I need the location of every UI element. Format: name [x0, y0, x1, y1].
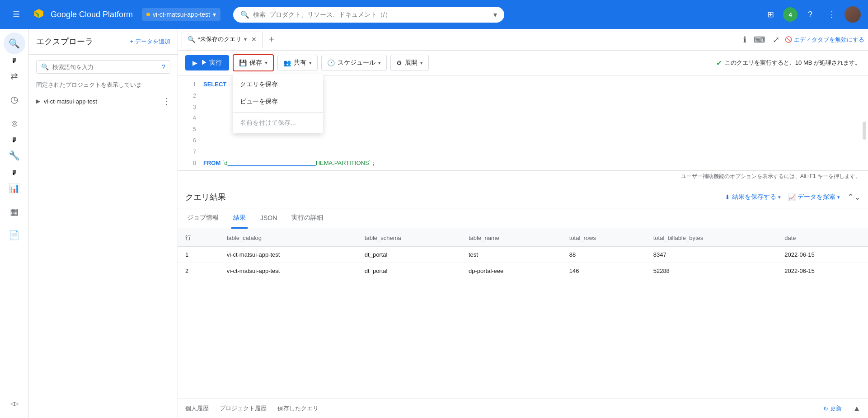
- save-as-item[interactable]: 名前を付けて保存...: [233, 114, 323, 132]
- explorer-help-icon: ?: [162, 63, 165, 70]
- global-search-bar[interactable]: 🔍 ▾: [233, 7, 504, 23]
- share-button[interactable]: 👥 共有 ▾: [277, 55, 318, 71]
- saved-queries-tab[interactable]: 保存したクエリ: [277, 403, 319, 414]
- history-personal-tab[interactable]: 個人履歴: [185, 403, 209, 414]
- right-content: 🔍 *未保存のクエリ ▾ ✕ + ℹ ⌨ ⤢ 🚫 エディタタブを無効にする ▶: [178, 29, 868, 418]
- result-tab-execution-details[interactable]: 実行の詳細: [290, 208, 325, 229]
- schedule-dropdown-icon: ▾: [378, 60, 381, 66]
- save-view-item[interactable]: ビューを保存: [233, 93, 323, 110]
- bottom-bar: 個人履歴 プロジェクト履歴 保存したクエリ ↻ 更新 ▲: [178, 399, 868, 418]
- hamburger-menu[interactable]: ☰: [7, 5, 25, 23]
- cell-rows-1: 88: [562, 247, 646, 263]
- sidebar-dot-1: •: [13, 58, 16, 61]
- query-toolbar: ▶ ▶ 実行 💾 保存 ▾ クエリを保存 ビューを保存 名前を付けて保存...: [178, 51, 868, 75]
- sidebar-nav-icon-5[interactable]: 📊: [4, 177, 25, 199]
- result-tab-json[interactable]: JSON: [258, 209, 279, 228]
- search-expand-icon[interactable]: ▾: [493, 10, 497, 19]
- sidebar-nav-icon-1[interactable]: ⇄: [4, 65, 25, 87]
- gcp-logo: Google Cloud Platform: [31, 6, 133, 23]
- results-expand-icon[interactable]: ⌃⌄: [847, 192, 861, 202]
- global-search-input[interactable]: [253, 11, 490, 18]
- query-tabs-bar: 🔍 *未保存のクエリ ▾ ✕ + ℹ ⌨ ⤢ 🚫 エディタタブを無効にする: [178, 29, 868, 51]
- explore-data-button[interactable]: 📈 データを探索 ▾: [788, 193, 840, 201]
- collapse-button[interactable]: ▲: [853, 404, 861, 413]
- explorer-search-wrapper: 🔍 ?: [36, 60, 170, 74]
- sidebar-collapse-button[interactable]: ◁▷: [4, 393, 25, 414]
- project-chevron-icon: ▶: [36, 98, 40, 104]
- add-tab-button[interactable]: +: [264, 33, 279, 47]
- more-options-button[interactable]: ⋮: [823, 5, 841, 23]
- table-header-row: 行 table_catalog table_schema table_name …: [178, 229, 868, 247]
- result-tab-job-info[interactable]: ジョブ情報: [185, 208, 221, 229]
- user-avatar[interactable]: [845, 6, 861, 23]
- col-header-rows: total_rows: [562, 229, 646, 247]
- editor-line-8: 8 FROM `d___________________________HEMA…: [178, 158, 868, 169]
- col-header-catalog: table_catalog: [220, 229, 357, 247]
- refresh-icon: ↻: [823, 405, 828, 412]
- sidebar-nav-icon-6[interactable]: ▦: [4, 201, 25, 222]
- cell-catalog-1: vi-ct-matsui-app-test: [220, 247, 357, 263]
- chart-icon: 📈: [788, 193, 796, 201]
- sidebar-nav-icon-2[interactable]: ◷: [4, 89, 25, 110]
- editor-scrollbar[interactable]: [863, 122, 866, 140]
- left-panel: エクスプローラ + データを追加 🔍 ? 固定されたプロジェクトを表示していま …: [29, 29, 178, 418]
- cell-row-num: 1: [178, 247, 220, 263]
- gear-icon: ⚙: [396, 59, 402, 66]
- main-layout: 🔍 • ⇄ ◷ ◎ • 🔧 • 📊 ▦ 📄 ◁▷ エクスプローラ + データを追…: [0, 29, 868, 418]
- result-tab-results[interactable]: 結果: [231, 208, 248, 229]
- cell-schema-1: dt_portal: [357, 247, 461, 263]
- col-header-schema: table_schema: [357, 229, 461, 247]
- save-results-dropdown-icon: ▾: [778, 194, 781, 200]
- explorer-search-input[interactable]: [52, 64, 158, 70]
- save-results-button[interactable]: ⬇ 結果を保存する ▾: [725, 193, 781, 201]
- save-button[interactable]: 💾 保存 ▾: [233, 54, 274, 71]
- schedule-button[interactable]: 🕐 スケジュール ▾: [321, 55, 387, 71]
- results-header: クエリ結果 ⬇ 結果を保存する ▾ 📈 データを探索 ▾ ⌃⌄: [178, 186, 868, 208]
- top-navigation: ☰ Google Cloud Platform vi-ct-matsui-app…: [0, 0, 868, 29]
- cell-bytes-2: 52288: [646, 263, 778, 279]
- project-row[interactable]: ▶ vi-ct-matsui-app-test ⋮: [29, 93, 178, 110]
- sidebar-nav-icon-3[interactable]: ◎: [4, 112, 25, 134]
- cell-date-1: 2022-06-15: [777, 247, 868, 263]
- fullscreen-icon[interactable]: ⤢: [771, 33, 781, 47]
- explorer-title: エクスプローラ: [36, 36, 93, 47]
- project-selector[interactable]: vi-ct-matsui-app-test ▾: [142, 8, 221, 21]
- gcp-logo-icon: [31, 6, 47, 23]
- info-icon[interactable]: ℹ: [741, 33, 748, 47]
- dropdown-divider: [233, 112, 323, 113]
- results-data-table: 行 table_catalog table_schema table_name …: [178, 229, 868, 279]
- history-project-tab[interactable]: プロジェクト履歴: [220, 403, 267, 414]
- table-row: 2 vi-ct-matsui-app-test dt_portal dp-por…: [178, 263, 868, 279]
- sidebar-nav-icon-7[interactable]: 📄: [4, 224, 25, 246]
- col-header-name: table_name: [461, 229, 562, 247]
- col-header-bytes: total_billable_bytes: [646, 229, 778, 247]
- project-dropdown-icon: ▾: [213, 11, 216, 18]
- add-data-link[interactable]: + データを追加: [130, 38, 170, 46]
- cloud-shell-button[interactable]: ⊞: [761, 5, 779, 23]
- editor-line-7: 7: [178, 146, 868, 158]
- refresh-button[interactable]: ↻ 更新: [823, 404, 842, 413]
- cell-row-num-2: 2: [178, 263, 220, 279]
- sidebar-search-icon[interactable]: 🔍: [4, 33, 25, 54]
- expand-button[interactable]: ⚙ 展開 ▾: [390, 55, 429, 71]
- share-dropdown-icon: ▾: [309, 60, 312, 66]
- tab-dropdown-icon[interactable]: ▾: [244, 36, 247, 42]
- project-more-icon[interactable]: ⋮: [162, 96, 170, 106]
- keyboard-icon[interactable]: ⌨: [752, 33, 767, 47]
- sidebar-nav-icon-4[interactable]: 🔧: [4, 145, 25, 166]
- save-dropdown-menu: クエリを保存 ビューを保存 名前を付けて保存...: [233, 74, 323, 133]
- tab-label: *未保存のクエリ: [198, 35, 241, 43]
- run-button[interactable]: ▶ ▶ 実行: [185, 55, 229, 70]
- query-tab-active[interactable]: 🔍 *未保存のクエリ ▾ ✕: [182, 32, 263, 48]
- pinned-text: 固定されたプロジェクトを表示していま: [29, 79, 178, 93]
- editor-hint: ユーザー補助機能のオプションを表示するには、Alt+F1 キーを押します。: [178, 170, 868, 182]
- notification-badge[interactable]: 4: [783, 7, 798, 22]
- disable-editor-button[interactable]: 🚫 エディタタブを無効にする: [785, 36, 864, 44]
- cell-bytes-1: 8347: [646, 247, 778, 263]
- save-query-item[interactable]: クエリを保存: [233, 76, 323, 93]
- col-header-date: date: [777, 229, 868, 247]
- gcp-title: Google Cloud Platform: [51, 10, 133, 19]
- sidebar-icons: 🔍 • ⇄ ◷ ◎ • 🔧 • 📊 ▦ 📄 ◁▷: [0, 29, 29, 418]
- tab-close-icon[interactable]: ✕: [251, 36, 257, 43]
- help-button[interactable]: ?: [801, 5, 819, 23]
